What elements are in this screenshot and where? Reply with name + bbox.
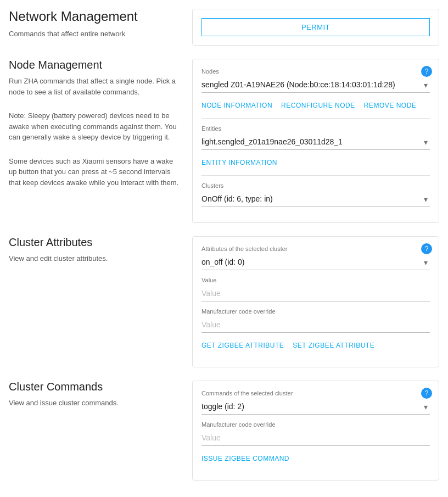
remove-node-button[interactable]: REMOVE NODE [364, 99, 417, 111]
set-zigbee-attribute-button[interactable]: SET ZIGBEE ATTRIBUTE [293, 339, 374, 351]
cluster-attributes-desc: View and edit cluster attributes. [9, 253, 179, 264]
entity-action-buttons: ENTITY INFORMATION [201, 157, 430, 169]
nodes-field-group: Nodes sengled Z01-A19NAE26 (Node:b0:ce:1… [201, 68, 430, 93]
node-management-desc1: Run ZHA commands that affect a single no… [9, 76, 179, 97]
cluster-commands-left: Cluster Commands View and issue cluster … [9, 381, 179, 481]
node-management-section: Node Management Run ZHA commands that af… [9, 59, 439, 223]
commands-label: Commands of the selected cluster [201, 390, 430, 397]
commands-field-group: Commands of the selected cluster toggle … [201, 390, 430, 415]
cluster-commands-section: Cluster Commands View and issue cluster … [9, 381, 439, 481]
cluster-attributes-right: ? Attributes of the selected cluster on_… [192, 236, 439, 367]
cc-manufacturer-field-group: Manufacturer code override [201, 421, 430, 446]
get-zigbee-attribute-button[interactable]: GET ZIGBEE ATTRIBUTE [201, 339, 284, 351]
node-management-left: Node Management Run ZHA commands that af… [9, 59, 179, 223]
attributes-select[interactable]: on_off (id: 0) [201, 254, 430, 270]
entity-information-button[interactable]: ENTITY INFORMATION [201, 157, 277, 169]
ca-manufacturer-field-group: Manufacturer code override [201, 308, 430, 333]
cluster-commands-right: ? Commands of the selected cluster toggl… [192, 381, 439, 481]
entities-select[interactable]: light.sengled_z01a19nae26_03011d28_1 [201, 134, 430, 150]
attributes-field-group: Attributes of the selected cluster on_of… [201, 245, 430, 270]
ca-manufacturer-input[interactable] [201, 317, 430, 333]
clusters-select-wrapper[interactable]: OnOff (id: 6, type: in) [201, 191, 430, 207]
cluster-cmd-action-buttons: ISSUE ZIGBEE COMMAND [201, 453, 430, 465]
network-management-right: PERMIT [192, 9, 439, 46]
nodes-select-wrapper[interactable]: sengled Z01-A19NAE26 (Node:b0:ce:18:14:0… [201, 77, 430, 93]
node-management-help-icon[interactable]: ? [421, 66, 432, 77]
clusters-label: Clusters [201, 182, 430, 189]
node-management-title: Node Management [9, 59, 179, 71]
ca-value-input[interactable] [201, 286, 430, 301]
ca-manufacturer-label: Manufacturer code override [201, 308, 430, 315]
cc-manufacturer-input[interactable] [201, 430, 430, 446]
cluster-attributes-help-icon[interactable]: ? [421, 243, 432, 254]
network-management-card: PERMIT [192, 9, 439, 46]
node-management-desc3: Some devices such as Xiaomi sensors have… [9, 156, 179, 188]
entities-select-wrapper[interactable]: light.sengled_z01a19nae26_03011d28_1 [201, 134, 430, 150]
clusters-field-group: Clusters OnOff (id: 6, type: in) [201, 182, 430, 207]
node-management-desc2: Note: Sleepy (battery powered) devices n… [9, 110, 179, 143]
network-management-title: Network Management [9, 9, 179, 24]
cluster-attributes-section: Cluster Attributes View and edit cluster… [9, 236, 439, 367]
nodes-select[interactable]: sengled Z01-A19NAE26 (Node:b0:ce:18:14:0… [201, 77, 430, 93]
cluster-attributes-card: ? Attributes of the selected cluster on_… [192, 236, 439, 367]
network-management-section: Network Management Commands that affect … [9, 9, 439, 46]
cluster-commands-title: Cluster Commands [9, 381, 179, 393]
network-management-left: Network Management Commands that affect … [9, 9, 179, 44]
attributes-label: Attributes of the selected cluster [201, 245, 430, 252]
ca-value-label: Value [201, 277, 430, 283]
cluster-attributes-left: Cluster Attributes View and edit cluster… [9, 236, 179, 367]
commands-select[interactable]: toggle (id: 2) [201, 399, 430, 415]
cluster-commands-desc: View and issue cluster commands. [9, 398, 179, 409]
node-management-right: ? Nodes sengled Z01-A19NAE26 (Node:b0:ce… [192, 59, 439, 223]
node-management-card: ? Nodes sengled Z01-A19NAE26 (Node:b0:ce… [192, 59, 439, 223]
permit-button[interactable]: PERMIT [201, 18, 430, 36]
cluster-commands-card: ? Commands of the selected cluster toggl… [192, 381, 439, 481]
divider2 [201, 175, 430, 176]
attributes-select-wrapper[interactable]: on_off (id: 0) [201, 254, 430, 270]
cluster-attr-action-buttons: GET ZIGBEE ATTRIBUTE SET ZIGBEE ATTRIBUT… [201, 339, 430, 351]
clusters-select[interactable]: OnOff (id: 6, type: in) [201, 191, 430, 207]
node-information-button[interactable]: NODE INFORMATION [201, 99, 272, 111]
ca-value-field-group: Value [201, 277, 430, 301]
reconfigure-node-button[interactable]: RECONFIGURE NODE [281, 99, 355, 111]
issue-zigbee-command-button[interactable]: ISSUE ZIGBEE COMMAND [201, 453, 289, 465]
nodes-label: Nodes [201, 68, 430, 75]
entities-field-group: Entities light.sengled_z01a19nae26_03011… [201, 125, 430, 150]
node-action-buttons: NODE INFORMATION RECONFIGURE NODE REMOVE… [201, 99, 430, 111]
cluster-attributes-title: Cluster Attributes [9, 236, 179, 249]
network-management-desc: Commands that affect entire network [9, 29, 179, 40]
entities-label: Entities [201, 125, 430, 132]
cluster-commands-help-icon[interactable]: ? [421, 388, 432, 399]
divider1 [201, 118, 430, 119]
commands-select-wrapper[interactable]: toggle (id: 2) [201, 399, 430, 415]
cc-manufacturer-label: Manufacturer code override [201, 421, 430, 428]
